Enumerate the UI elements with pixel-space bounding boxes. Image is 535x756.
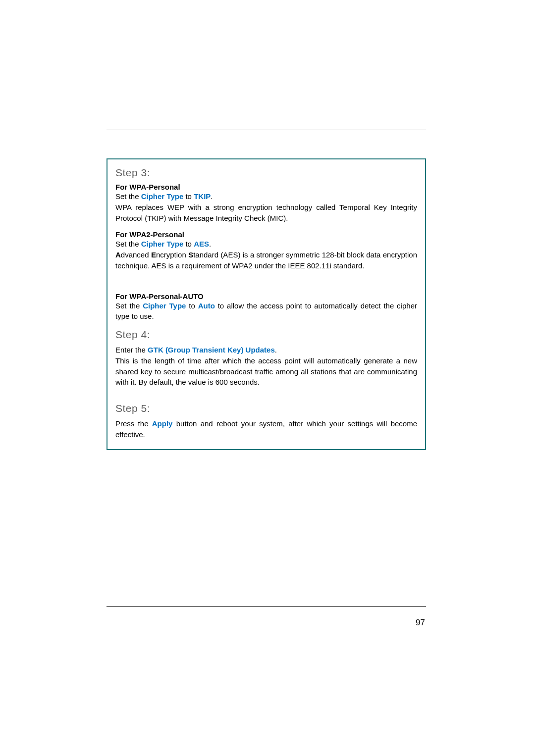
cipher-value-auto: Auto: [198, 302, 215, 310]
text-fragment: Set the: [115, 302, 143, 310]
spacer: [115, 278, 417, 290]
text-fragment: .: [209, 240, 211, 248]
text-fragment: to: [183, 192, 194, 201]
header-rule: [107, 130, 426, 130]
page-number: 97: [416, 618, 425, 628]
text-fragment: Press the: [115, 419, 152, 428]
text-fragment: Enter the: [115, 346, 148, 354]
wpa2-personal-cipher-line: Set the Cipher Type to AES.: [115, 239, 417, 250]
footer-rule: [107, 606, 426, 607]
cipher-type-label: Cipher Type: [143, 302, 186, 310]
wpa2-personal-desc: Advanced Encryption Standard (AES) is a …: [115, 250, 417, 271]
text-fragment: to: [183, 240, 194, 248]
step5-apply-line: Press the Apply button and reboot your s…: [115, 418, 417, 440]
bold-letter-a: A: [115, 251, 121, 259]
step3-heading: Step 3:: [115, 167, 417, 179]
wpa2-personal-title: For WPA2-Personal: [115, 230, 417, 239]
wpa-personal-auto-desc: Set the Cipher Type to Auto to allow the…: [115, 301, 417, 322]
cipher-value-tkip: TKIP: [194, 192, 211, 201]
bold-letter-s: S: [188, 251, 193, 259]
text-fragment: Set the: [115, 192, 141, 201]
cipher-value-aes: AES: [194, 240, 209, 248]
apply-button-label: Apply: [152, 419, 173, 428]
bold-letter-e: E: [151, 251, 156, 259]
step5-heading: Step 5:: [115, 403, 417, 414]
text-fragment: dvanced: [121, 251, 151, 259]
text-fragment: ncryption: [156, 251, 188, 259]
cipher-type-label: Cipher Type: [141, 240, 184, 248]
text-fragment: .: [275, 346, 277, 354]
instruction-box: Step 3: For WPA-Personal Set the Cipher …: [107, 158, 426, 450]
wpa-personal-desc: WPA replaces WEP with a strong encryptio…: [115, 202, 417, 224]
step4-heading: Step 4:: [115, 329, 417, 341]
wpa-personal-title: For WPA-Personal: [115, 183, 417, 191]
cipher-type-label: Cipher Type: [141, 192, 184, 201]
text-fragment: to: [186, 302, 198, 310]
text-fragment: .: [211, 192, 213, 201]
step4-gtk-line: Enter the GTK (Group Transient Key) Upda…: [115, 345, 417, 355]
wpa-personal-auto-title: For WPA-Personal-AUTO: [115, 292, 417, 301]
gtk-updates-label: GTK (Group Transient Key) Updates: [148, 346, 275, 354]
wpa-personal-cipher-line: Set the Cipher Type to TKIP.: [115, 191, 417, 202]
text-fragment: Set the: [115, 240, 141, 248]
spacer: [115, 395, 417, 403]
step4-desc: This is the length of time after which t…: [115, 355, 417, 388]
